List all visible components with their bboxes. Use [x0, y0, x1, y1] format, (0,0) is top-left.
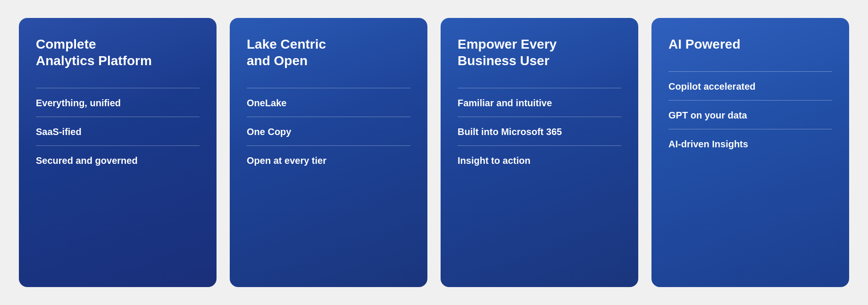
card-4-item-2: GPT on your data [668, 100, 832, 129]
cards-container: Complete Analytics PlatformEverything, u… [0, 0, 868, 305]
card-2-item-2: One Copy [247, 117, 410, 145]
card-3-items: Familiar and intuitiveBuilt into Microso… [458, 88, 621, 174]
card-4: AI PoweredCopilot acceleratedGPT on your… [651, 18, 849, 287]
card-2-title: Lake Centric and Open [247, 36, 410, 69]
card-3-item-2: Built into Microsoft 365 [458, 117, 621, 145]
card-1-items: Everything, unifiedSaaS-ifiedSecured and… [36, 88, 200, 174]
card-3-item-3: Insight to action [458, 145, 621, 174]
card-4-item-1: Copilot accelerated [668, 71, 832, 100]
card-3: Empower Every Business UserFamiliar and … [441, 18, 638, 287]
card-2-items: OneLakeOne CopyOpen at every tier [247, 88, 410, 174]
card-4-item-3: AI-driven Insights [668, 129, 832, 158]
card-1-item-2: SaaS-ified [36, 117, 200, 145]
card-1-item-3: Secured and governed [36, 145, 200, 174]
card-4-title: AI Powered [668, 36, 832, 52]
card-2-item-3: Open at every tier [247, 145, 410, 174]
card-1-item-1: Everything, unified [36, 88, 200, 117]
card-1-title: Complete Analytics Platform [36, 36, 200, 69]
card-4-items: Copilot acceleratedGPT on your dataAI-dr… [668, 71, 832, 158]
card-1: Complete Analytics PlatformEverything, u… [19, 18, 217, 287]
card-3-item-1: Familiar and intuitive [458, 88, 621, 117]
card-3-title: Empower Every Business User [458, 36, 621, 69]
card-2: Lake Centric and OpenOneLakeOne CopyOpen… [230, 18, 427, 287]
card-2-item-1: OneLake [247, 88, 410, 117]
